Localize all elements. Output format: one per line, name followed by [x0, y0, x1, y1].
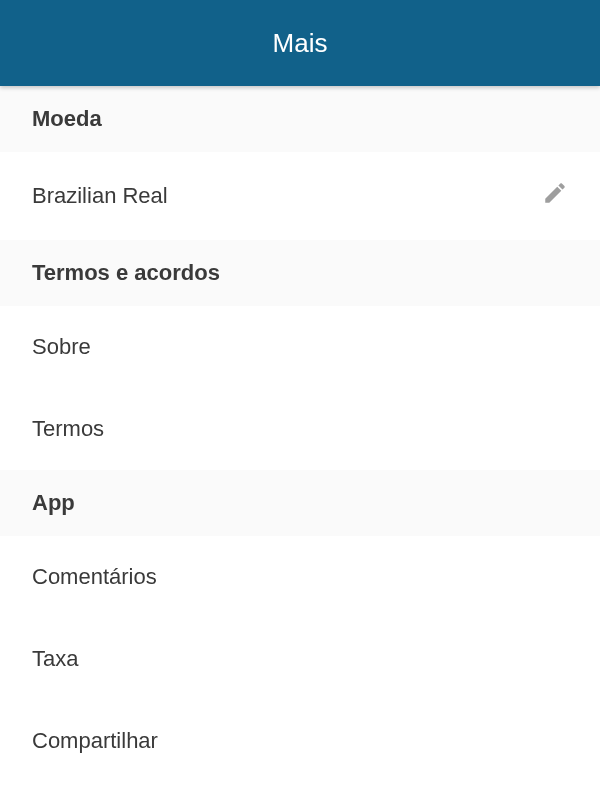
list-item-rate-label: Taxa	[32, 646, 568, 672]
list-item-currency[interactable]: Brazilian Real	[0, 152, 600, 240]
list-item-terms[interactable]: Termos	[0, 388, 600, 470]
page-title: Mais	[273, 28, 328, 59]
list-item-about[interactable]: Sobre	[0, 306, 600, 388]
section-header-app-label: App	[32, 490, 75, 515]
section-header-terms: Termos e acordos	[0, 240, 600, 306]
app-header: Mais	[0, 0, 600, 86]
list-item-share-label: Compartilhar	[32, 728, 568, 754]
section-header-terms-label: Termos e acordos	[32, 260, 220, 285]
list-item-terms-label: Termos	[32, 416, 568, 442]
pencil-icon[interactable]	[542, 180, 568, 212]
list-item-rate[interactable]: Taxa	[0, 618, 600, 700]
section-header-currency-label: Moeda	[32, 106, 102, 131]
section-header-currency: Moeda	[0, 86, 600, 152]
list-item-share[interactable]: Compartilhar	[0, 700, 600, 782]
list-item-currency-label: Brazilian Real	[32, 183, 542, 209]
list-item-comments[interactable]: Comentários	[0, 536, 600, 618]
section-header-app: App	[0, 470, 600, 536]
list-item-comments-label: Comentários	[32, 564, 568, 590]
list-item-about-label: Sobre	[32, 334, 568, 360]
